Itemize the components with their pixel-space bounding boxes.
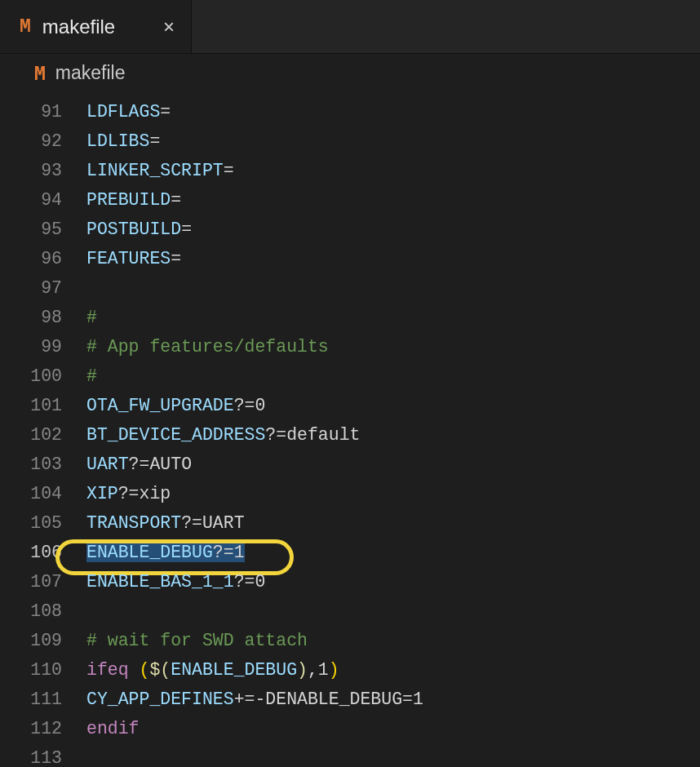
code-line[interactable]: 100#: [0, 361, 700, 391]
code-content[interactable]: LDLIBS=: [86, 131, 160, 151]
token: ?=: [265, 425, 286, 445]
breadcrumb-title: makefile: [55, 62, 126, 84]
code-line[interactable]: 102BT_DEVICE_ADDRESS?=default: [0, 420, 700, 450]
token: FEATURES: [86, 249, 171, 268]
code-line[interactable]: 104XIP?=xip: [0, 479, 700, 508]
code-line[interactable]: 95POSTBUILD=: [0, 215, 700, 244]
code-content[interactable]: FEATURES=: [86, 249, 181, 268]
code-line[interactable]: 91LDFLAGS=: [0, 97, 700, 126]
token: ): [329, 660, 339, 680]
code-content[interactable]: XIP?=xip: [86, 484, 171, 503]
token: CY_APP_DEFINES: [86, 689, 234, 709]
code-line[interactable]: 105TRANSPORT?=UART: [0, 508, 700, 538]
line-number: 113: [0, 748, 86, 767]
code-line[interactable]: 93LINKER_SCRIPT=: [0, 156, 700, 185]
tab-makefile[interactable]: M makefile ×: [0, 0, 192, 53]
code-content[interactable]: PREBUILD=: [86, 190, 181, 210]
code-content[interactable]: UART?=AUTO: [86, 454, 192, 474]
code-line[interactable]: 112endif: [0, 714, 700, 743]
token: xip: [140, 484, 171, 503]
code-content[interactable]: ifeq ($(ENABLE_DEBUG),1): [86, 660, 339, 680]
code-line[interactable]: 96FEATURES=: [0, 244, 700, 273]
token: OTA_FW_UPGRADE: [86, 396, 234, 415]
line-number: 98: [0, 308, 86, 327]
token: =: [160, 102, 171, 122]
breadcrumb[interactable]: M makefile: [0, 54, 700, 92]
code-content[interactable]: #: [86, 366, 97, 386]
token: LDFLAGS: [86, 102, 160, 122]
line-number: 101: [0, 396, 86, 415]
code-content[interactable]: # App features/defaults: [86, 337, 329, 357]
code-content[interactable]: POSTBUILD=: [86, 219, 192, 239]
code-line[interactable]: 92LDLIBS=: [0, 126, 700, 156]
code-content[interactable]: #: [86, 308, 97, 327]
token: AUTO: [149, 454, 192, 474]
code-content[interactable]: BT_DEVICE_ADDRESS?=default: [86, 425, 360, 445]
close-icon[interactable]: ×: [160, 16, 178, 38]
line-number: 92: [0, 131, 86, 151]
token: endif: [86, 719, 140, 738]
token: UART: [86, 454, 129, 474]
line-number: 100: [0, 366, 86, 386]
code-content[interactable]: ENABLE_BAS_1_1?=0: [86, 572, 265, 592]
line-number: 112: [0, 719, 86, 738]
line-number: 104: [0, 484, 86, 503]
line-number: 107: [0, 572, 86, 592]
code-content[interactable]: CY_APP_DEFINES+=-DENABLE_DEBUG=1: [86, 689, 423, 709]
code-line[interactable]: 110ifeq ($(ENABLE_DEBUG),1): [0, 655, 700, 685]
token: LINKER_SCRIPT: [86, 161, 224, 180]
tab-title: makefile: [42, 16, 115, 38]
code-content[interactable]: # wait for SWD attach: [86, 631, 308, 650]
token: =: [171, 190, 181, 210]
token: default: [286, 425, 360, 445]
code-content[interactable]: LDFLAGS=: [86, 102, 171, 122]
token: # wait for SWD attach: [86, 631, 308, 650]
code-line[interactable]: 109# wait for SWD attach: [0, 626, 700, 655]
code-line[interactable]: 98#: [0, 303, 700, 332]
token: ENABLE_DEBUG: [86, 543, 213, 562]
code-content[interactable]: LINKER_SCRIPT=: [86, 161, 234, 180]
code-line[interactable]: 101OTA_FW_UPGRADE?=0: [0, 391, 700, 420]
code-line[interactable]: 99# App features/defaults: [0, 332, 700, 361]
line-number: 96: [0, 249, 86, 268]
token: #: [86, 366, 97, 386]
token: ?=: [213, 543, 234, 562]
code-line[interactable]: 97: [0, 273, 700, 303]
token: POSTBUILD: [86, 219, 181, 239]
code-line[interactable]: 107ENABLE_BAS_1_1?=0: [0, 567, 700, 596]
line-number: 97: [0, 278, 86, 298]
code-content[interactable]: TRANSPORT?=UART: [86, 513, 245, 533]
code-line[interactable]: 108: [0, 596, 700, 626]
tab-bar-empty: [192, 0, 700, 53]
code-line[interactable]: 106ENABLE_DEBUG?=1: [0, 538, 700, 567]
line-number: 93: [0, 161, 86, 180]
makefile-icon: M: [34, 63, 46, 84]
code-content[interactable]: endif: [86, 719, 140, 738]
code-editor[interactable]: 91LDFLAGS=92LDLIBS=93LINKER_SCRIPT=94PRE…: [0, 92, 700, 767]
line-number: 102: [0, 425, 86, 445]
token: LDLIBS: [86, 131, 149, 151]
line-number: 106: [0, 543, 86, 562]
line-number: 103: [0, 454, 86, 474]
token: =: [149, 131, 160, 151]
token: $(: [149, 660, 171, 680]
token: 1: [234, 543, 245, 562]
token: # App features/defaults: [86, 337, 329, 357]
code-line[interactable]: 113: [0, 743, 700, 767]
token: +=-DENABLE_DEBUG=1: [234, 689, 423, 709]
token: ,1: [308, 660, 329, 680]
token: ): [297, 660, 308, 680]
token: BT_DEVICE_ADDRESS: [86, 425, 265, 445]
code-line[interactable]: 111CY_APP_DEFINES+=-DENABLE_DEBUG=1: [0, 685, 700, 714]
code-line[interactable]: 94PREBUILD=: [0, 185, 700, 215]
token: ?=: [118, 484, 140, 503]
token: PREBUILD: [86, 190, 171, 210]
code-line[interactable]: 103UART?=AUTO: [0, 450, 700, 479]
code-content[interactable]: ENABLE_DEBUG?=1: [86, 543, 245, 562]
token: ENABLE_DEBUG: [171, 660, 297, 680]
token: TRANSPORT: [86, 513, 181, 533]
line-number: 95: [0, 219, 86, 239]
token: ifeq: [86, 660, 140, 680]
token: ENABLE_BAS_1_1: [86, 572, 234, 592]
code-content[interactable]: OTA_FW_UPGRADE?=0: [86, 396, 265, 415]
